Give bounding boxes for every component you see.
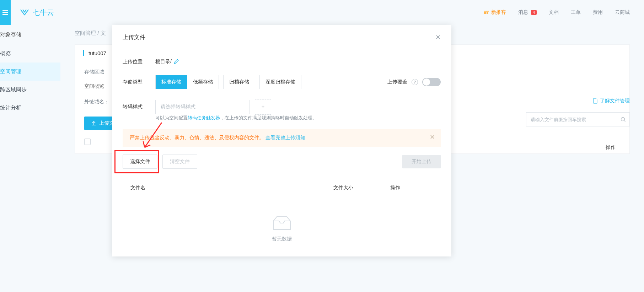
sidebar: 对象存储 概览 空间管理 跨区域同步 统计分析 xyxy=(0,25,60,117)
nav-tickets[interactable]: 工单 xyxy=(571,9,581,16)
nav-cloud-market[interactable]: 云商城 xyxy=(615,9,630,16)
storage-type-options: 标准存储 低频存储 归档存储 深度归档存储 xyxy=(155,75,301,89)
sidebar-item-cross-region[interactable]: 跨区域同步 xyxy=(0,81,60,99)
tab-space-overview[interactable]: 空间概览 xyxy=(84,83,104,90)
nav-messages[interactable]: 消息 4 xyxy=(518,9,537,16)
doc-icon xyxy=(593,98,598,104)
svg-rect-2 xyxy=(484,11,489,12)
messages-badge: 4 xyxy=(531,10,537,15)
accent-bar xyxy=(83,50,84,56)
top-nav: 七牛云 新推客 消息 4 文档 工单 费用 云商城 xyxy=(0,0,644,25)
storage-type-segment-a: 标准存储 低频存储 xyxy=(155,75,219,89)
nav-new-promo-label: 新推客 xyxy=(491,9,506,16)
nav-messages-label: 消息 xyxy=(518,9,528,16)
transcode-trigger-link[interactable]: 转码任务触发器 xyxy=(188,115,220,120)
select-all-checkbox[interactable] xyxy=(84,139,91,145)
svg-rect-0 xyxy=(484,11,486,14)
help-link-label: 了解文件管理 xyxy=(600,98,630,104)
qiniu-logo-icon xyxy=(19,9,30,16)
clear-files-button[interactable]: 清空文件 xyxy=(162,155,197,169)
topnav-items: 新推客 消息 4 文档 工单 费用 云商城 xyxy=(483,9,630,16)
nav-billing[interactable]: 费用 xyxy=(593,9,603,16)
modal-header: 上传文件 ✕ xyxy=(112,25,451,50)
label-upload-overwrite: 上传覆盖 xyxy=(387,79,407,85)
close-warning-icon[interactable]: ✕ xyxy=(430,133,435,141)
transcode-select[interactable]: 请选择转码样式 xyxy=(155,100,250,114)
col-file-ops: 操作 xyxy=(390,185,433,191)
warning-text: 严禁上传包含反动、暴力、色情、违法、及侵权内容的文件。 xyxy=(130,135,264,140)
add-transcode-button[interactable]: ＋ xyxy=(255,99,271,115)
svg-rect-1 xyxy=(487,11,488,14)
label-storage-type: 存储类型 xyxy=(123,79,155,85)
col-file-name: 文件名 xyxy=(130,185,333,191)
help-icon[interactable]: ? xyxy=(412,79,418,85)
label-transcode: 转码样式 xyxy=(123,104,155,110)
upload-icon xyxy=(91,121,96,126)
space-name: tutu007 xyxy=(88,50,106,56)
bg-ops-header: 操作 xyxy=(606,144,616,151)
modal-body: 上传位置 根目录/ 存储类型 标准存储 低频存储 归档存储 深度归档存储 xyxy=(112,50,451,256)
sidebar-item-overview[interactable]: 概览 xyxy=(0,44,60,63)
nav-new-promo[interactable]: 新推客 xyxy=(483,9,506,16)
search-icon xyxy=(621,117,626,122)
upload-overwrite-group: 上传覆盖 ? xyxy=(387,78,441,86)
transcode-hint: 可以为空间配置转码任务触发器，在上传的文件满足规则策略时自动触发处理。 xyxy=(155,115,441,121)
sidebar-title: 对象存储 xyxy=(0,25,60,44)
label-upload-location: 上传位置 xyxy=(123,59,155,65)
logo[interactable]: 七牛云 xyxy=(19,8,54,17)
warning-link[interactable]: 查看完整上传须知 xyxy=(265,135,305,140)
nav-docs[interactable]: 文档 xyxy=(549,9,559,16)
select-file-button[interactable]: 选择文件 xyxy=(123,155,157,169)
domain-label: 外链域名： xyxy=(84,99,109,105)
storage-opt-archive[interactable]: 归档存储 xyxy=(223,75,255,89)
start-upload-button[interactable]: 开始上传 xyxy=(402,155,441,168)
empty-box-icon xyxy=(272,215,292,231)
file-search-input[interactable] xyxy=(530,117,621,123)
transcode-hint-prefix: 可以为空间配置 xyxy=(155,115,188,120)
edit-location-icon[interactable] xyxy=(174,59,179,65)
file-search-box[interactable] xyxy=(526,112,630,126)
sidebar-item-space-manage[interactable]: 空间管理 xyxy=(0,63,60,81)
row-storage-type: 存储类型 标准存储 低频存储 归档存储 深度归档存储 上传覆盖 ? xyxy=(123,75,441,89)
storage-opt-deep-archive[interactable]: 深度归档存储 xyxy=(259,75,301,89)
help-link-file-manage[interactable]: 了解文件管理 xyxy=(593,98,630,104)
upload-modal: 上传文件 ✕ 上传位置 根目录/ 存储类型 标准存储 低频存储 归档存储 xyxy=(112,25,451,256)
storage-opt-standard[interactable]: 标准存储 xyxy=(156,75,187,89)
gift-icon xyxy=(483,9,489,16)
file-button-row: 选择文件 清空文件 开始上传 xyxy=(123,155,441,169)
upload-warning-banner: 严禁上传包含反动、暴力、色情、违法、及侵权内容的文件。 查看完整上传须知 ✕ xyxy=(123,129,441,147)
storage-opt-lowfreq[interactable]: 低频存储 xyxy=(187,75,219,89)
empty-state: 暂无数据 xyxy=(123,198,441,256)
row-upload-location: 上传位置 根目录/ xyxy=(123,59,441,65)
svg-point-3 xyxy=(621,117,625,121)
overwrite-toggle[interactable] xyxy=(422,78,441,86)
empty-text: 暂无数据 xyxy=(272,236,292,242)
modal-title: 上传文件 xyxy=(123,34,145,41)
sidebar-item-stats[interactable]: 统计分析 xyxy=(0,99,60,117)
file-table-header: 文件名 文件大小 操作 xyxy=(123,178,441,198)
transcode-hint-suffix: ，在上传的文件满足规则策略时自动触发处理。 xyxy=(220,115,317,120)
col-file-size: 文件大小 xyxy=(333,185,390,191)
row-transcode: 转码样式 请选择转码样式 ＋ xyxy=(123,99,441,115)
hamburger-menu-button[interactable] xyxy=(0,0,11,25)
upload-location-value: 根目录/ xyxy=(155,59,172,65)
close-icon[interactable]: ✕ xyxy=(435,33,441,41)
logo-text: 七牛云 xyxy=(33,8,54,17)
